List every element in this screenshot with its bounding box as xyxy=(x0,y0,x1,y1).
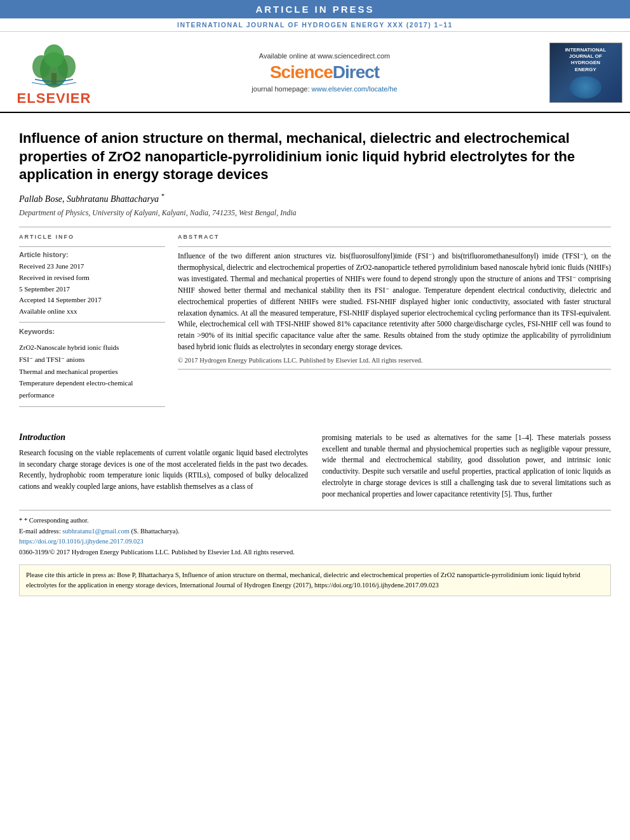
elsevier-logo: ELSEVIER xyxy=(17,38,91,107)
accepted-date: Accepted 14 September 2017 xyxy=(19,295,165,306)
keyword-2: FSI⁻ and TFSI⁻ anions xyxy=(19,354,165,366)
abstract-column: ABSTRACT Influence of the two different … xyxy=(178,234,611,413)
journal-cover-image: INTERNATIONAL JOURNAL OFHYDROGENENERGY xyxy=(549,43,622,103)
authors: Pallab Bose, Subhratanu Bhattacharya * xyxy=(19,193,611,205)
bottom-divider-right xyxy=(178,369,611,370)
citation-text: Please cite this article in press as: Bo… xyxy=(26,570,604,591)
abstract-divider xyxy=(178,246,611,247)
abstract-label: ABSTRACT xyxy=(178,234,611,240)
received-revised-label: Received in revised form xyxy=(19,272,165,284)
article-title: Influence of anion structure on thermal,… xyxy=(19,130,611,184)
doi-line: https://doi.org/10.1016/j.ijhydene.2017.… xyxy=(19,537,611,547)
article-history-label: Article history: xyxy=(19,251,165,258)
footnote-section: * * Corresponding author. E-mail address… xyxy=(19,510,611,558)
available-online: Available online xxx xyxy=(19,306,165,317)
received-revised-date: 5 September 2017 xyxy=(19,284,165,295)
intro-left-col: Introduction Research focusing on the vi… xyxy=(19,432,308,500)
intro-left-text: Research focusing on the viable replacem… xyxy=(19,448,308,493)
abstract-text: Influence of the two different anion str… xyxy=(178,251,611,352)
main-content: Influence of anion structure on thermal,… xyxy=(0,113,630,413)
intro-two-col: Introduction Research focusing on the vi… xyxy=(19,432,611,500)
email-note: (S. Bhattacharya). xyxy=(131,528,179,535)
issn-line: 0360-3199/© 2017 Hydrogen Energy Publica… xyxy=(19,547,611,558)
available-online-text: Available online at www.sciencedirect.co… xyxy=(259,52,390,60)
corresponding-label: * Corresponding author. xyxy=(24,517,89,524)
citation-box: Please cite this article in press as: Bo… xyxy=(19,564,611,597)
received-date: Received 23 June 2017 xyxy=(19,261,165,272)
journal-header-bar: INTERNATIONAL JOURNAL OF HYDROGEN ENERGY… xyxy=(0,18,630,32)
elsevier-tree-icon xyxy=(22,38,86,89)
article-info-label: ARTICLE INFO xyxy=(19,234,165,240)
article-info-abstract-section: ARTICLE INFO Article history: Received 2… xyxy=(19,234,611,413)
article-info-column: ARTICLE INFO Article history: Received 2… xyxy=(19,234,165,413)
bottom-divider-left xyxy=(19,406,165,407)
affiliation: Department of Physics, University of Kal… xyxy=(19,208,611,218)
cover-graphic xyxy=(570,76,601,98)
corresponding-author-note: * * Corresponding author. xyxy=(19,516,611,526)
journal-cover-area: INTERNATIONAL JOURNAL OFHYDROGENENERGY xyxy=(547,38,624,107)
keyword-4: Temperature dependent electro-chemical p… xyxy=(19,377,165,401)
journal-homepage-link[interactable]: www.elsevier.com/locate/he xyxy=(312,85,398,93)
journal-homepage-label: journal homepage: www.elsevier.com/locat… xyxy=(251,85,397,93)
keywords-list: ZrO2-Nanoscale hybrid ionic fluids FSI⁻ … xyxy=(19,342,165,401)
copyright-line: © 2017 Hydrogen Energy Publications LLC.… xyxy=(178,357,611,364)
intro-right-text: promising materials to be used as altern… xyxy=(322,432,611,500)
asterisk-icon: * xyxy=(19,517,24,524)
top-header-section: ELSEVIER Available online at www.science… xyxy=(0,32,630,113)
keywords-label: Keywords: xyxy=(19,328,165,335)
intro-title: Introduction xyxy=(19,432,308,443)
keyword-3: Thermal and mechanical properties xyxy=(19,366,165,378)
cover-title: INTERNATIONAL JOURNAL OFHYDROGENENERGY xyxy=(554,47,618,74)
email-label: E-mail address: xyxy=(19,528,61,535)
keywords-divider xyxy=(19,322,165,323)
article-in-press-banner: ARTICLE IN PRESS xyxy=(0,0,630,18)
email-line: E-mail address: subhratanu1@gmail.com (S… xyxy=(19,526,611,537)
center-header: Available online at www.sciencedirect.co… xyxy=(108,38,541,107)
email-link[interactable]: subhratanu1@gmail.com xyxy=(62,528,130,535)
introduction-section: Introduction Research focusing on the vi… xyxy=(0,432,630,500)
intro-right-col: promising materials to be used as altern… xyxy=(322,432,611,500)
svg-point-4 xyxy=(44,44,64,67)
divider-line xyxy=(19,227,611,227)
elsevier-logo-area: ELSEVIER xyxy=(6,38,102,107)
doi-link[interactable]: https://doi.org/10.1016/j.ijhydene.2017.… xyxy=(19,538,144,545)
info-divider xyxy=(19,246,165,247)
sciencedirect-logo: ScienceDirect xyxy=(270,62,379,83)
keyword-1: ZrO2-Nanoscale hybrid ionic fluids xyxy=(19,342,165,354)
elsevier-wordmark: ELSEVIER xyxy=(17,90,91,107)
